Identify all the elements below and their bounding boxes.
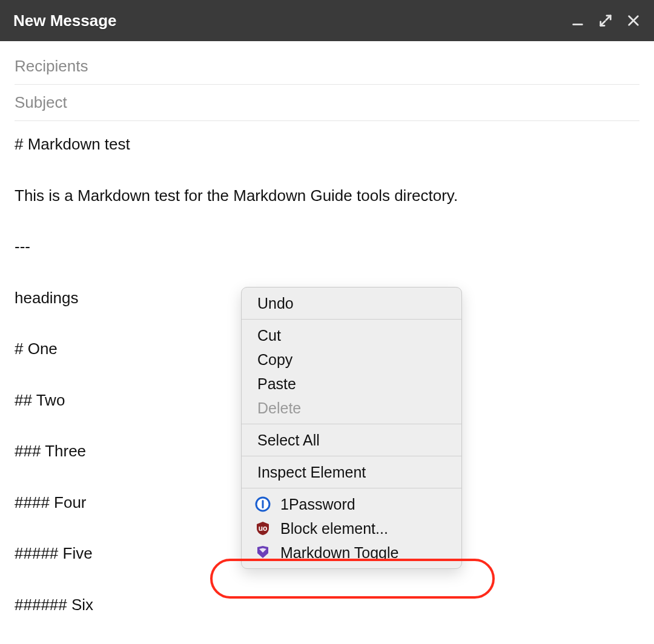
menu-delete: Delete [242,396,461,420]
subject-field[interactable]: Subject [15,85,639,121]
body-line: This is a Markdown test for the Markdown… [15,186,639,206]
menu-inspect-element[interactable]: Inspect Element [242,460,461,484]
markdown-toggle-icon [255,545,280,560]
menu-label: Markdown Toggle [280,544,448,562]
expand-button[interactable] [598,13,613,28]
menu-copy[interactable]: Copy [242,347,461,372]
window-controls [570,13,641,28]
compose-titlebar: New Message [0,0,654,41]
menu-select-all[interactable]: Select All [242,428,461,452]
menu-label: Inspect Element [257,464,448,481]
menu-label: Cut [257,327,448,344]
minimize-button[interactable] [570,13,585,28]
menu-cut[interactable]: Cut [242,323,461,347]
compose-header-fields: Recipients Subject [0,41,654,121]
svg-text:uo: uo [259,524,268,533]
body-line: --- [15,237,639,257]
ublock-icon: uo [255,521,280,536]
menu-label: Undo [257,295,448,312]
menu-markdown-toggle[interactable]: Markdown Toggle [242,540,461,565]
close-icon [627,14,640,27]
menu-label: Paste [257,375,448,393]
recipients-field[interactable]: Recipients [15,48,639,85]
minimize-icon [571,14,584,27]
menu-label: Delete [257,399,448,417]
menu-label: Block element... [280,520,448,537]
onepassword-icon [255,496,280,512]
window-title: New Message [13,12,117,30]
menu-block-element[interactable]: uo Block element... [242,516,461,540]
menu-undo[interactable]: Undo [242,291,461,315]
expand-icon [599,14,612,27]
body-line: # Markdown test [15,134,639,154]
body-line: ###### Six [15,595,639,615]
svg-rect-6 [262,500,264,508]
menu-label: Copy [257,351,448,369]
close-button[interactable] [626,13,641,28]
menu-label: Select All [257,432,448,449]
context-menu: Undo Cut Copy Paste Delete Select All In… [241,287,462,569]
menu-label: 1Password [280,496,448,513]
menu-1password[interactable]: 1Password [242,492,461,516]
menu-paste[interactable]: Paste [242,372,461,396]
